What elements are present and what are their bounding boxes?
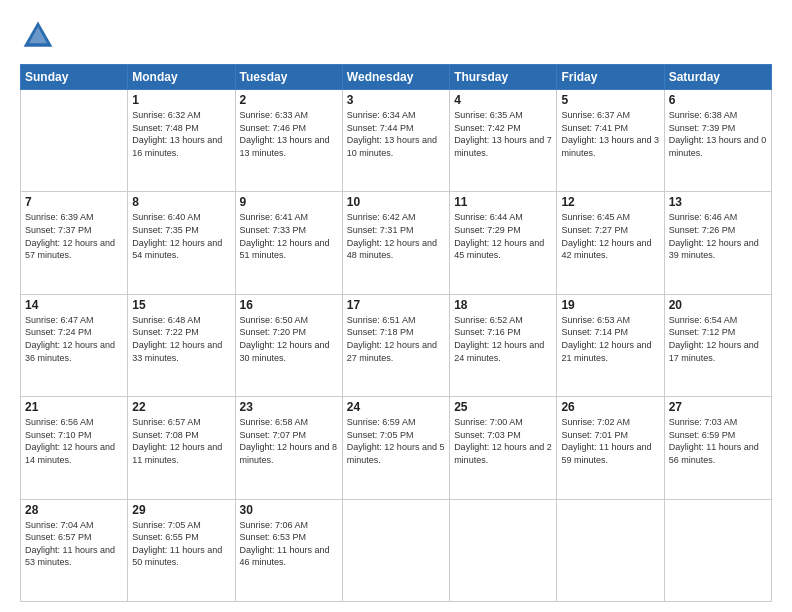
calendar-cell: 10 Sunrise: 6:42 AM Sunset: 7:31 PM Dayl… [342, 192, 449, 294]
cell-sunset: Sunset: 7:03 PM [454, 429, 552, 442]
day-number: 7 [25, 195, 123, 209]
calendar-cell: 26 Sunrise: 7:02 AM Sunset: 7:01 PM Dayl… [557, 397, 664, 499]
cell-sunset: Sunset: 7:07 PM [240, 429, 338, 442]
cell-sunset: Sunset: 6:59 PM [669, 429, 767, 442]
cell-daylight: Daylight: 13 hours and 13 minutes. [240, 134, 338, 159]
calendar-table: SundayMondayTuesdayWednesdayThursdayFrid… [20, 64, 772, 602]
cell-sunset: Sunset: 6:57 PM [25, 531, 123, 544]
calendar-cell: 13 Sunrise: 6:46 AM Sunset: 7:26 PM Dayl… [664, 192, 771, 294]
calendar-cell [21, 90, 128, 192]
calendar-cell: 1 Sunrise: 6:32 AM Sunset: 7:48 PM Dayli… [128, 90, 235, 192]
day-number: 3 [347, 93, 445, 107]
cell-sunset: Sunset: 7:14 PM [561, 326, 659, 339]
day-number: 25 [454, 400, 552, 414]
cell-sunset: Sunset: 7:29 PM [454, 224, 552, 237]
calendar-cell: 23 Sunrise: 6:58 AM Sunset: 7:07 PM Dayl… [235, 397, 342, 499]
weekday-header-monday: Monday [128, 65, 235, 90]
cell-sunset: Sunset: 7:48 PM [132, 122, 230, 135]
calendar-cell: 12 Sunrise: 6:45 AM Sunset: 7:27 PM Dayl… [557, 192, 664, 294]
calendar-cell: 2 Sunrise: 6:33 AM Sunset: 7:46 PM Dayli… [235, 90, 342, 192]
week-row-3: 21 Sunrise: 6:56 AM Sunset: 7:10 PM Dayl… [21, 397, 772, 499]
header [20, 18, 772, 54]
cell-sunrise: Sunrise: 6:32 AM [132, 109, 230, 122]
week-row-4: 28 Sunrise: 7:04 AM Sunset: 6:57 PM Dayl… [21, 499, 772, 601]
cell-daylight: Daylight: 12 hours and 48 minutes. [347, 237, 445, 262]
cell-sunset: Sunset: 7:12 PM [669, 326, 767, 339]
cell-sunset: Sunset: 6:55 PM [132, 531, 230, 544]
cell-sunset: Sunset: 7:39 PM [669, 122, 767, 135]
day-number: 16 [240, 298, 338, 312]
calendar-cell: 27 Sunrise: 7:03 AM Sunset: 6:59 PM Dayl… [664, 397, 771, 499]
cell-sunrise: Sunrise: 6:40 AM [132, 211, 230, 224]
calendar-cell: 7 Sunrise: 6:39 AM Sunset: 7:37 PM Dayli… [21, 192, 128, 294]
cell-daylight: Daylight: 12 hours and 36 minutes. [25, 339, 123, 364]
cell-sunrise: Sunrise: 7:00 AM [454, 416, 552, 429]
cell-sunset: Sunset: 7:41 PM [561, 122, 659, 135]
calendar-cell: 24 Sunrise: 6:59 AM Sunset: 7:05 PM Dayl… [342, 397, 449, 499]
logo-icon [20, 18, 56, 54]
cell-sunrise: Sunrise: 6:58 AM [240, 416, 338, 429]
calendar-cell: 6 Sunrise: 6:38 AM Sunset: 7:39 PM Dayli… [664, 90, 771, 192]
cell-daylight: Daylight: 11 hours and 46 minutes. [240, 544, 338, 569]
weekday-header-wednesday: Wednesday [342, 65, 449, 90]
cell-daylight: Daylight: 12 hours and 8 minutes. [240, 441, 338, 466]
weekday-header-friday: Friday [557, 65, 664, 90]
calendar-cell: 8 Sunrise: 6:40 AM Sunset: 7:35 PM Dayli… [128, 192, 235, 294]
day-number: 21 [25, 400, 123, 414]
calendar-cell: 4 Sunrise: 6:35 AM Sunset: 7:42 PM Dayli… [450, 90, 557, 192]
day-number: 8 [132, 195, 230, 209]
weekday-header-sunday: Sunday [21, 65, 128, 90]
cell-sunset: Sunset: 7:08 PM [132, 429, 230, 442]
day-number: 15 [132, 298, 230, 312]
calendar-cell: 15 Sunrise: 6:48 AM Sunset: 7:22 PM Dayl… [128, 294, 235, 396]
calendar-cell: 19 Sunrise: 6:53 AM Sunset: 7:14 PM Dayl… [557, 294, 664, 396]
cell-sunrise: Sunrise: 7:05 AM [132, 519, 230, 532]
cell-sunset: Sunset: 7:27 PM [561, 224, 659, 237]
calendar-cell: 9 Sunrise: 6:41 AM Sunset: 7:33 PM Dayli… [235, 192, 342, 294]
cell-sunrise: Sunrise: 6:48 AM [132, 314, 230, 327]
cell-daylight: Daylight: 12 hours and 17 minutes. [669, 339, 767, 364]
cell-daylight: Daylight: 12 hours and 14 minutes. [25, 441, 123, 466]
cell-sunrise: Sunrise: 6:52 AM [454, 314, 552, 327]
cell-sunset: Sunset: 7:33 PM [240, 224, 338, 237]
weekday-header-tuesday: Tuesday [235, 65, 342, 90]
day-number: 20 [669, 298, 767, 312]
day-number: 12 [561, 195, 659, 209]
cell-sunset: Sunset: 7:37 PM [25, 224, 123, 237]
cell-sunrise: Sunrise: 6:51 AM [347, 314, 445, 327]
weekday-header-row: SundayMondayTuesdayWednesdayThursdayFrid… [21, 65, 772, 90]
day-number: 1 [132, 93, 230, 107]
day-number: 10 [347, 195, 445, 209]
cell-daylight: Daylight: 12 hours and 2 minutes. [454, 441, 552, 466]
calendar-cell: 21 Sunrise: 6:56 AM Sunset: 7:10 PM Dayl… [21, 397, 128, 499]
cell-sunset: Sunset: 7:16 PM [454, 326, 552, 339]
cell-daylight: Daylight: 12 hours and 11 minutes. [132, 441, 230, 466]
calendar-cell: 14 Sunrise: 6:47 AM Sunset: 7:24 PM Dayl… [21, 294, 128, 396]
cell-daylight: Daylight: 13 hours and 10 minutes. [347, 134, 445, 159]
cell-daylight: Daylight: 12 hours and 5 minutes. [347, 441, 445, 466]
cell-daylight: Daylight: 12 hours and 57 minutes. [25, 237, 123, 262]
cell-daylight: Daylight: 13 hours and 3 minutes. [561, 134, 659, 159]
calendar-cell: 18 Sunrise: 6:52 AM Sunset: 7:16 PM Dayl… [450, 294, 557, 396]
cell-sunset: Sunset: 7:44 PM [347, 122, 445, 135]
calendar-cell [557, 499, 664, 601]
cell-sunset: Sunset: 7:31 PM [347, 224, 445, 237]
day-number: 19 [561, 298, 659, 312]
calendar-cell: 25 Sunrise: 7:00 AM Sunset: 7:03 PM Dayl… [450, 397, 557, 499]
cell-sunset: Sunset: 7:05 PM [347, 429, 445, 442]
cell-sunrise: Sunrise: 6:59 AM [347, 416, 445, 429]
cell-sunset: Sunset: 7:24 PM [25, 326, 123, 339]
cell-daylight: Daylight: 11 hours and 53 minutes. [25, 544, 123, 569]
day-number: 24 [347, 400, 445, 414]
cell-daylight: Daylight: 13 hours and 7 minutes. [454, 134, 552, 159]
calendar-cell: 3 Sunrise: 6:34 AM Sunset: 7:44 PM Dayli… [342, 90, 449, 192]
cell-sunrise: Sunrise: 6:41 AM [240, 211, 338, 224]
logo [20, 18, 60, 54]
cell-daylight: Daylight: 12 hours and 45 minutes. [454, 237, 552, 262]
week-row-2: 14 Sunrise: 6:47 AM Sunset: 7:24 PM Dayl… [21, 294, 772, 396]
calendar-cell: 5 Sunrise: 6:37 AM Sunset: 7:41 PM Dayli… [557, 90, 664, 192]
cell-sunrise: Sunrise: 6:39 AM [25, 211, 123, 224]
cell-daylight: Daylight: 12 hours and 30 minutes. [240, 339, 338, 364]
cell-sunrise: Sunrise: 7:03 AM [669, 416, 767, 429]
calendar-cell: 20 Sunrise: 6:54 AM Sunset: 7:12 PM Dayl… [664, 294, 771, 396]
